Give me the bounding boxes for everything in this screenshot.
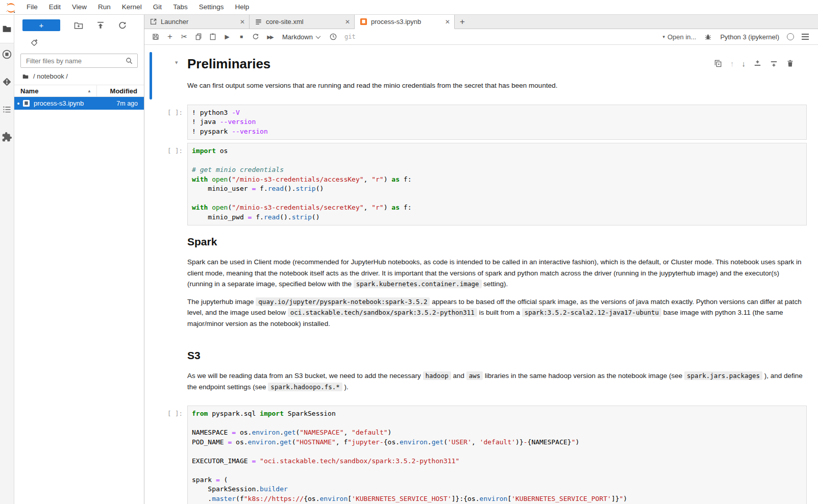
git-clone-icon[interactable] (30, 38, 39, 47)
menu-item-file[interactable]: File (21, 3, 43, 11)
rendered-markdown[interactable]: SparkSpark can be used in Client mode (r… (187, 229, 805, 339)
duplicate-cell-icon[interactable] (714, 59, 723, 68)
menu-item-help[interactable]: Help (229, 3, 255, 11)
close-icon[interactable]: ✕ (345, 18, 350, 26)
rendered-markdown[interactable]: S3As we will be reading data from an S3 … (187, 342, 805, 402)
code-editor[interactable]: import os # get minio credentialswith op… (187, 143, 807, 225)
puzzle-icon[interactable] (2, 132, 12, 142)
code-line: EXECUTOR_IMAGE = "oci.stackable.tech/san… (192, 457, 802, 466)
menu-items: FileEditViewRunKernelGitTabsSettingsHelp (21, 0, 255, 14)
menu-bar: FileEditViewRunKernelGitTabsSettingsHelp (0, 0, 818, 15)
markdown-paragraph: Spark can be used in Client mode (recomm… (187, 257, 805, 290)
file-name: process-s3.ipynb (34, 99, 116, 107)
move-cell-down-icon[interactable]: ↓ (742, 60, 746, 67)
markdown-cell: S3As we will be reading data from an S3 … (144, 342, 818, 402)
upload-icon[interactable] (95, 20, 106, 31)
column-header-modified[interactable]: Modified (97, 87, 144, 95)
code-line: import os (192, 146, 802, 156)
file-browser-panel: + / notebook / Name ▲ Modified •process-… (14, 15, 144, 504)
code-line: minio_pwd = f.read().strip() (192, 213, 802, 222)
inline-code: oci.stackable.tech/sandbox/spark:3.5.2-p… (288, 308, 477, 317)
open-in-dropdown[interactable]: ▾ Open in... (662, 33, 696, 41)
execution-prompt: [ ]: (144, 143, 187, 155)
save-button[interactable] (148, 31, 163, 43)
close-icon[interactable]: ✕ (240, 18, 245, 26)
cell-gutter: [ ]: (144, 105, 187, 140)
code-line (192, 156, 802, 166)
paste-cells-button[interactable] (206, 31, 220, 43)
kernel-status-icon (787, 33, 794, 40)
markdown-paragraph: We can first output some versions that a… (187, 80, 805, 91)
execution-prompt: [ ]: (144, 406, 187, 417)
menu-item-run[interactable]: Run (92, 3, 116, 11)
sort-asc-icon: ▲ (87, 89, 91, 93)
sidebar-tab-file-browser[interactable] (0, 15, 14, 43)
new-folder-icon[interactable] (73, 20, 84, 31)
code-line: with open("/minio-s3-credentials/secretK… (192, 203, 802, 213)
hamburger-menu-icon[interactable] (802, 34, 809, 40)
run-cell-button[interactable]: ▶ (220, 31, 234, 43)
cell-gutter: [ ]: (144, 406, 187, 504)
folder-icon (2, 23, 12, 34)
git-icon[interactable] (2, 77, 12, 87)
filter-files-input[interactable] (20, 54, 138, 68)
file-list: •process-s3.ipynb7m ago (14, 97, 144, 110)
delete-cell-icon[interactable] (786, 59, 795, 68)
menu-item-edit[interactable]: Edit (43, 3, 66, 11)
jupyter-logo (5, 2, 17, 13)
running-sessions-icon[interactable] (2, 49, 12, 60)
column-header-name[interactable]: Name ▲ (14, 85, 97, 96)
markdown-heading: S3 (187, 349, 805, 362)
code-line: SparkSession.builder (192, 485, 802, 494)
code-editor[interactable]: ! python3 -V! java --version! pyspark --… (187, 105, 807, 140)
code-line: with open("/minio-s3-credentials/accessK… (192, 175, 802, 185)
copy-cells-button[interactable] (191, 31, 206, 43)
add-tab-button[interactable]: + (455, 15, 470, 29)
insert-cell-below-icon[interactable] (770, 59, 778, 68)
stop-kernel-button[interactable]: ■ (234, 31, 249, 43)
insert-cell-above-icon[interactable] (753, 59, 762, 68)
tab-core-site-xml[interactable]: core-site.xml✕ (250, 15, 355, 29)
code-editor[interactable]: from pyspark.sql import SparkSession NAM… (187, 406, 807, 504)
markdown-cell: SparkSpark can be used in Client mode (r… (144, 229, 818, 339)
code-line: POD_NAME = os.environ.get("HOSTNAME", f"… (192, 438, 802, 447)
file-row[interactable]: •process-s3.ipynb7m ago (14, 97, 144, 110)
tab-process-s3-ipynb[interactable]: process-s3.ipynb✕ (355, 15, 455, 29)
new-launcher-button[interactable]: + (22, 19, 60, 31)
markdown-heading: Spark (187, 236, 805, 248)
restart-run-all-button[interactable]: ▶▶ (263, 31, 277, 43)
add-cell-button[interactable]: + (163, 31, 177, 43)
breadcrumb-path: / notebook / (33, 72, 68, 80)
kernel-name[interactable]: Python 3 (ipykernel) (720, 33, 779, 41)
breadcrumb[interactable]: / notebook / (14, 71, 144, 85)
cell-type-dropdown[interactable]: Markdown (282, 33, 320, 41)
chevron-down-icon (316, 34, 321, 39)
move-cell-up-icon[interactable]: ↑ (730, 60, 734, 67)
debugger-bug-icon[interactable] (704, 33, 712, 41)
close-icon[interactable]: ✕ (445, 18, 450, 26)
menu-item-tabs[interactable]: Tabs (167, 3, 193, 11)
notebook-content: ▾PreliminariesWe can first output some v… (144, 45, 818, 504)
rendered-markdown[interactable]: PreliminariesWe can first output some ve… (187, 51, 805, 102)
cut-cells-button[interactable]: ✂ (177, 31, 191, 43)
code-line (192, 419, 802, 429)
tab-launcher[interactable]: Launcher✕ (144, 15, 250, 29)
tab-label: core-site.xml (266, 18, 304, 26)
code-line (192, 447, 802, 457)
clock-icon[interactable] (326, 31, 340, 43)
markdown-heading: Preliminaries (187, 56, 805, 72)
menu-item-kernel[interactable]: Kernel (116, 3, 147, 11)
menu-item-settings[interactable]: Settings (193, 3, 230, 11)
restart-kernel-button[interactable] (249, 31, 263, 43)
menu-item-git[interactable]: Git (147, 3, 167, 11)
menu-item-view[interactable]: View (66, 3, 92, 11)
code-line (192, 466, 802, 475)
code-line: ! python3 -V (192, 108, 802, 118)
code-line: ! java --version (192, 117, 802, 127)
cell-toolbar: ↑↓ (714, 59, 795, 68)
markdown-cell: ▾PreliminariesWe can first output some v… (144, 51, 818, 102)
cell-gutter (144, 229, 187, 339)
refresh-icon[interactable] (117, 20, 128, 31)
search-icon (125, 57, 133, 65)
list-icon[interactable] (2, 104, 12, 115)
